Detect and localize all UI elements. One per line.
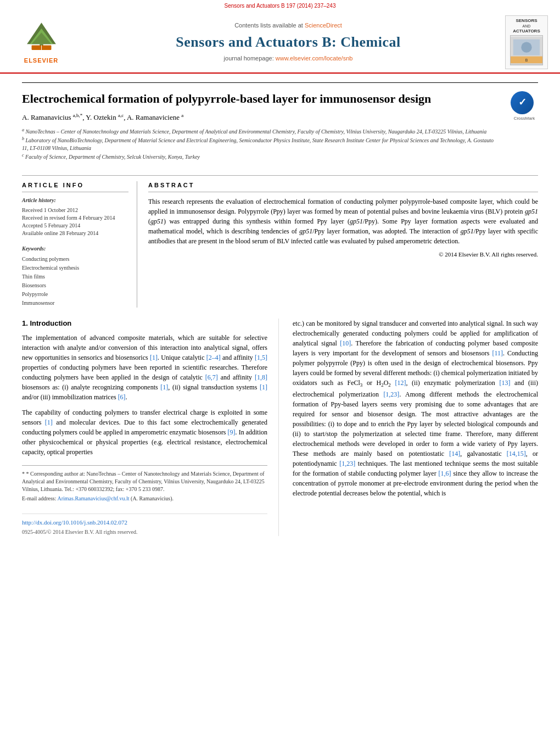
page-wrapper: Sensors and Actuators B 197 (2014) 237–2… (0, 0, 560, 742)
svg-point-8 (521, 42, 531, 53)
keyword-3: Thin films (22, 272, 128, 281)
ref-1-23b[interactable]: [1,23] (339, 460, 355, 467)
footnote-star: * * Corresponding author at: NanoTechnas… (22, 470, 267, 493)
ref-14[interactable]: [14] (449, 450, 460, 458)
sensors-badge-area: SENSORS and ACTUATORS B (505, 15, 549, 69)
section1-title: 1. Introduction (22, 319, 267, 328)
doi-area: http://dx.doi.org/10.1016/j.snb.2014.02.… (22, 514, 267, 535)
affiliation-block: a NanoTechnas – Center of Nanotechnology… (22, 127, 500, 160)
keywords-section: Keywords: Conducting polymers Electroche… (22, 245, 128, 308)
body-content: 1. Introduction The implementation of ad… (22, 319, 538, 536)
ref-1[interactable]: [1] (150, 354, 158, 361)
article-title: Electrochemical formation of polypyrrole… (22, 91, 500, 107)
online-date: Available online 28 February 2014 (22, 230, 128, 237)
ref-14-15[interactable]: [14,15] (507, 450, 526, 458)
ref-1b[interactable]: [1] (260, 383, 267, 391)
abstract-col: ABSTRACT This research represents the ev… (148, 181, 538, 308)
keyword-6: Immunosensor (22, 299, 128, 308)
keyword-2: Electrochemical synthesis (22, 264, 128, 272)
ref-13[interactable]: [13] (499, 379, 510, 387)
article-content: Electrochemical formation of polypyrrole… (0, 74, 560, 542)
ref-12[interactable]: [12] (395, 379, 406, 387)
email-label: E-mail address: (22, 495, 56, 501)
revised-date: Received in revised form 4 February 2014 (22, 214, 128, 222)
ref-1a[interactable]: [1] (160, 383, 168, 391)
email-name: (A. Ramanavicius). (131, 495, 173, 501)
elsevier-text-label: ELSEVIER (24, 57, 58, 65)
article-title-text: Electrochemical formation of polypyrrole… (22, 91, 511, 161)
journal-title: Sensors and Actuators B: Chemical (82, 32, 494, 52)
affiliation-b: b Laboratory of NanoBioTechnology, Depar… (22, 136, 500, 151)
svg-text:B: B (525, 59, 528, 63)
sensors-badge-image: B (510, 35, 543, 65)
science-direct-line: Contents lists available at ScienceDirec… (82, 21, 494, 30)
sciencedirect-link[interactable]: ScienceDirect (305, 22, 342, 29)
homepage-link[interactable]: www.elsevier.com/locate/snb (276, 55, 353, 62)
ref-1c[interactable]: [1] (45, 419, 53, 426)
keyword-5: Polypyrrole (22, 290, 128, 299)
body-paragraph-2: The capability of conducting polymers to… (22, 408, 267, 457)
homepage-line: journal homepage: www.elsevier.com/locat… (82, 54, 494, 63)
ref-6a[interactable]: [6] (118, 393, 126, 401)
ref-10[interactable]: [10] (340, 339, 351, 347)
received-date: Received 1 October 2012 (22, 207, 128, 214)
ref-9[interactable]: [9] (228, 428, 236, 436)
sensors-badge-box: SENSORS and ACTUATORS B (505, 15, 548, 69)
sensors-badge-title: SENSORS and ACTUATORS (508, 18, 545, 34)
article-authors: A. Ramanavicius a,b,*, Y. Oztekin a,c, A… (22, 112, 500, 123)
ref-11[interactable]: [11] (492, 349, 503, 357)
elsevier-logo (15, 20, 68, 55)
ref-2-4[interactable]: [2–4] (206, 354, 221, 361)
article-info-header: ARTICLE INFO (22, 181, 128, 192)
homepage-label: journal homepage: (224, 55, 274, 62)
copyright-text: © 2014 Elsevier B.V. All rights reserved… (148, 250, 538, 259)
abstract-text: This research represents the evaluation … (148, 197, 538, 246)
article-history-label: Article history: (22, 197, 128, 204)
accepted-date: Accepted 5 February 2014 (22, 222, 128, 230)
body-left-col: 1. Introduction The implementation of ad… (22, 319, 279, 536)
ref-1-23[interactable]: [1,23] (383, 390, 399, 398)
keyword-4: Biosensors (22, 281, 128, 290)
elsevier-logo-area: ELSEVIER (11, 20, 71, 65)
volume-info-bar: Sensors and Actuators B 197 (2014) 237–2… (0, 0, 560, 11)
volume-info-text: Sensors and Actuators B 197 (2014) 237–2… (225, 3, 336, 9)
article-title-section: Electrochemical formation of polypyrrole… (22, 82, 538, 167)
doi-link[interactable]: http://dx.doi.org/10.1016/j.snb.2014.02.… (22, 518, 267, 527)
ref-1-8[interactable]: [1,8] (255, 373, 267, 381)
journal-center: Contents lists available at ScienceDirec… (71, 21, 505, 63)
footnote-area: * * Corresponding author at: NanoTechnas… (22, 465, 267, 503)
issn-text: 0925-4005/© 2014 Elsevier B.V. All right… (22, 528, 267, 536)
contents-label: Contents lists available at (234, 22, 303, 29)
body-paragraph-3: etc.) can be monitored by signal transdu… (293, 319, 538, 498)
affiliation-a: a NanoTechnas – Center of Nanotechnology… (22, 127, 500, 135)
keyword-1: Conducting polymers (22, 255, 128, 264)
journal-header: ELSEVIER Contents lists available at Sci… (0, 11, 560, 74)
crossmark-badge[interactable]: ✓ CrossMark (511, 91, 538, 121)
body-right-col: etc.) can be monitored by signal transdu… (290, 319, 538, 536)
ref-1-6[interactable]: [1,6] (439, 470, 451, 477)
keywords-label: Keywords: (22, 245, 128, 253)
crossmark-label: CrossMark (511, 115, 538, 121)
abstract-header: ABSTRACT (148, 181, 538, 192)
affiliation-c: c Faculty of Science, Department of Chem… (22, 153, 500, 160)
ref-1-5[interactable]: [1,5] (255, 354, 267, 361)
elsevier-tree-svg (15, 20, 68, 52)
ref-6-7[interactable]: [6,7] (205, 373, 218, 381)
body-paragraph-1: The implementation of advanced composite… (22, 333, 267, 402)
two-col-layout: ARTICLE INFO Article history: Received 1… (22, 175, 538, 308)
footnote-email: E-mail address: Arimas.Ramanavicius@chf.… (22, 495, 267, 503)
email-link[interactable]: Arimas.Ramanavicius@chf.vu.lt (57, 495, 129, 501)
article-info-col: ARTICLE INFO Article history: Received 1… (22, 181, 137, 308)
crossmark-circle[interactable]: ✓ (511, 91, 534, 114)
